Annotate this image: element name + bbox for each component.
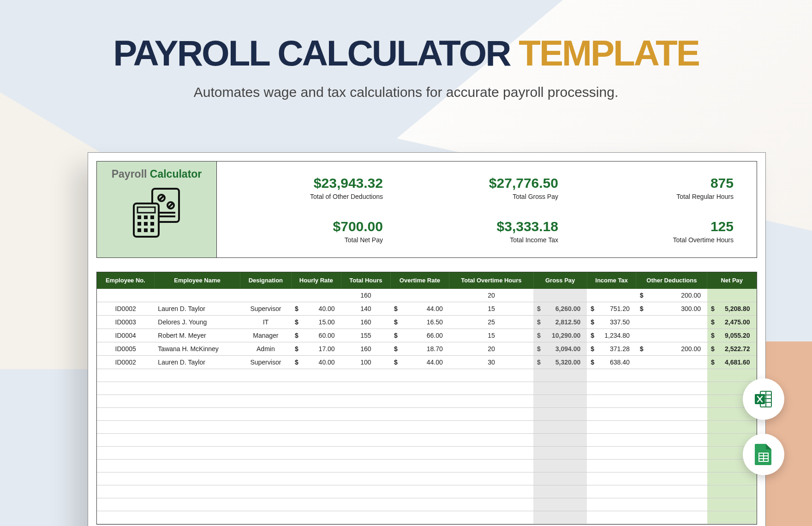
cell (240, 511, 291, 524)
cell (97, 369, 154, 382)
table-row-empty (97, 459, 757, 472)
cell (97, 420, 154, 433)
cell (341, 459, 390, 472)
table-row: ID0004Robert M. MeyerManager$60.00155$66… (97, 329, 757, 342)
table-row-empty (97, 394, 757, 407)
cell: $751.20 (587, 302, 636, 315)
cell: $2,812.50 (533, 315, 587, 329)
cell (636, 382, 707, 394)
table-row-empty (97, 446, 757, 459)
cell: $6,260.00 (533, 302, 587, 315)
cell (390, 498, 449, 511)
cell (636, 472, 707, 485)
payroll-table: Employee No.Employee NameDesignationHour… (96, 272, 757, 525)
cell (291, 394, 341, 407)
page-subtitle: Automates wage and tax calculations for … (0, 84, 812, 100)
cell (390, 369, 449, 382)
cell (587, 446, 636, 459)
cell (291, 511, 341, 524)
summary-stats: $23,943.32 Total of Other Deductions $27… (217, 161, 757, 257)
cell (97, 433, 154, 446)
cell (154, 498, 240, 511)
cell: $15.00 (291, 315, 341, 329)
column-header: Designation (240, 272, 291, 289)
cell (341, 498, 390, 511)
cell (154, 433, 240, 446)
stat-regular-hours: 875 Total Regular Hours (567, 166, 743, 209)
cell (341, 420, 390, 433)
google-sheets-icon[interactable] (743, 434, 784, 475)
table-row-empty (97, 472, 757, 485)
spreadsheet-card: Payroll Calculator (88, 152, 766, 526)
cell (587, 420, 636, 433)
cell (587, 472, 636, 485)
cell: IT (240, 315, 291, 329)
cell (449, 407, 533, 420)
table-header: Employee No.Employee NameDesignationHour… (97, 272, 757, 289)
cell (240, 472, 291, 485)
table-row-empty (97, 420, 757, 433)
svg-rect-11 (150, 215, 154, 219)
cell (636, 498, 707, 511)
column-header: Income Tax (587, 272, 636, 289)
table-row-empty (97, 498, 757, 511)
cell (97, 446, 154, 459)
card-title: Payroll Calculator (112, 168, 202, 180)
cell (154, 289, 240, 302)
cell: $17.00 (291, 342, 341, 355)
cell: $3,094.00 (533, 342, 587, 355)
stat-other-deductions: $23,943.32 Total of Other Deductions (217, 166, 392, 209)
cell (533, 459, 587, 472)
cell (533, 407, 587, 420)
cell (449, 394, 533, 407)
cell: 160 (341, 289, 390, 302)
cell (390, 407, 449, 420)
cell (707, 511, 757, 524)
cell (341, 446, 390, 459)
cell (291, 446, 341, 459)
cell (291, 472, 341, 485)
cell (291, 289, 341, 302)
cell: 15 (449, 302, 533, 315)
cell: 25 (449, 315, 533, 329)
cell: Tawana H. McKinney (154, 342, 240, 355)
cell (154, 446, 240, 459)
cell (291, 433, 341, 446)
cell: Robert M. Meyer (154, 329, 240, 342)
cell (636, 315, 707, 329)
column-header: Total Overtime Hours (449, 272, 533, 289)
table-row-empty (97, 382, 757, 394)
table-row-empty (97, 485, 757, 498)
cell (533, 511, 587, 524)
cell: $300.00 (636, 302, 707, 315)
cell: $200.00 (636, 342, 707, 355)
table-row: ID0002Lauren D. TaylorSupervisor$40.0010… (97, 355, 757, 369)
cell (154, 511, 240, 524)
cell (154, 420, 240, 433)
cell: ID0002 (97, 302, 154, 315)
cell (533, 485, 587, 498)
stat-overtime-hours: 125 Total Overtime Hours (567, 209, 743, 253)
table-row: ID0002Lauren D. TaylorSupervisor$40.0014… (97, 302, 757, 315)
cell (587, 433, 636, 446)
cell (449, 382, 533, 394)
cell (636, 329, 707, 342)
table-row-empty (97, 433, 757, 446)
cell (533, 420, 587, 433)
cell (97, 394, 154, 407)
svg-rect-15 (137, 228, 141, 232)
column-header: Total Hours (341, 272, 390, 289)
excel-icon[interactable] (743, 378, 784, 420)
svg-line-2 (160, 196, 163, 200)
cell (291, 369, 341, 382)
cell (291, 407, 341, 420)
cell (240, 394, 291, 407)
cell (636, 355, 707, 369)
cell (154, 394, 240, 407)
svg-rect-10 (144, 215, 148, 219)
cell: $1,234.80 (587, 329, 636, 342)
cell (97, 498, 154, 511)
cell: Manager (240, 329, 291, 342)
cell (636, 394, 707, 407)
page-title: PAYROLL CALCULATOR TEMPLATE (0, 0, 812, 74)
